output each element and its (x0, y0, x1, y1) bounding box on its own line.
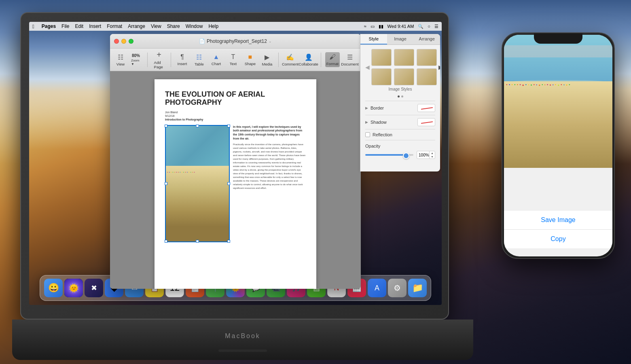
style-thumb-1[interactable] (371, 49, 392, 66)
style-thumb-6[interactable] (417, 68, 437, 85)
shape-label: Shape (245, 61, 256, 66)
media-button[interactable]: ▶ Media (260, 52, 274, 68)
text-button[interactable]: T Text (226, 52, 240, 67)
chart-label: Chart (212, 61, 221, 66)
comment-button[interactable]: ✍ Comment (283, 52, 298, 68)
dock-item-appstore[interactable]: A (368, 279, 386, 297)
document-icon: 📄 (199, 38, 205, 44)
save-image-button[interactable]: Save Image (504, 211, 612, 229)
style-thumb-4[interactable] (371, 68, 392, 85)
tab-arrange[interactable]: Arrange (413, 34, 440, 44)
opacity-label: Opacity (365, 144, 435, 148)
image-styles-grid (371, 49, 437, 85)
pages-window: 📄 PhotographyReport_Sept12 ⌄ ☷ View 80% (110, 34, 361, 289)
iphone: ● ● ● ● ● ● ● ● ● ● ● ● ● ● ● ● ● (502, 32, 615, 259)
aerial-photo[interactable]: ● ● ● ● ● ● ● ● (165, 125, 230, 242)
shape-button[interactable]: ■ Shape (243, 52, 257, 67)
menu-item-file[interactable]: File (61, 23, 69, 29)
reflection-label: Reflection (373, 132, 392, 137)
beach-people: ● ● ● ● ● ● ● ● ● ● ● ● ● ● ● ● ● (504, 81, 612, 89)
border-label: Border (371, 106, 384, 110)
iphone-camera-dot (557, 36, 560, 40)
shadow-option[interactable]: ▶ Shadow (365, 115, 435, 129)
border-swatch[interactable] (417, 104, 435, 112)
dock-item-finder[interactable]: 😀 (44, 279, 63, 297)
menu-item-help[interactable]: Help (208, 23, 218, 29)
opacity-decrement-button[interactable]: ▼ (430, 155, 435, 159)
window-title: 📄 PhotographyReport_Sept12 ⌄ (199, 38, 272, 44)
image-styles-label: Image Styles (365, 87, 435, 91)
dock-item-launchpad[interactable]: ✖ (85, 279, 103, 297)
tab-image[interactable]: Image (387, 34, 414, 44)
document-button[interactable]: ☰ Document (342, 52, 358, 68)
menu-item-window[interactable]: Window (186, 23, 203, 29)
opacity-increment-button[interactable]: ▲ (430, 151, 435, 155)
chevron-down-icon[interactable]: ⌄ (269, 39, 272, 43)
toolbar: ☷ View 80% Zoom ▼ + Add Page (110, 49, 361, 71)
image-container: ● ● ● ● ● ● ● ● (165, 125, 230, 242)
launchpad-icon: ✖ (91, 284, 97, 292)
reflection-checkbox[interactable] (365, 132, 370, 137)
search-icon[interactable]: 🔍 (418, 24, 423, 29)
document-page: THE EVOLUTION OF AERIAL PHOTOGRAPHY Jon … (155, 79, 316, 289)
menu-item-format[interactable]: Format (107, 23, 122, 29)
document-canvas[interactable]: THE EVOLUTION OF AERIAL PHOTOGRAPHY Jon … (110, 71, 361, 289)
airdisplay-icon: ▭ (371, 24, 375, 29)
text-icon: T (231, 53, 235, 61)
document-title: THE EVOLUTION OF AERIAL PHOTOGRAPHY (165, 91, 306, 107)
reflection-option[interactable]: Reflection (365, 129, 435, 140)
tab-style[interactable]: Style (360, 34, 387, 44)
page-body-text: Practically since the invention of the c… (233, 143, 306, 190)
menu-item-share[interactable]: Share (167, 23, 180, 29)
menu-item-pages[interactable]: Pages (42, 23, 56, 29)
copy-button[interactable]: Copy (504, 229, 612, 248)
dock-item-settings[interactable]: ⚙ (388, 279, 407, 297)
close-button[interactable] (114, 39, 119, 44)
add-page-label: Add Page (154, 60, 164, 69)
view-button[interactable]: ☷ View (113, 52, 128, 68)
maximize-button[interactable] (129, 39, 133, 44)
text-label: Text (230, 61, 237, 66)
table-button[interactable]: ☷ Table (192, 52, 206, 68)
dock-item-siri[interactable]: 🌞 (64, 279, 83, 297)
zoom-button[interactable]: 80% Zoom ▼ (129, 52, 143, 67)
style-thumb-2[interactable] (394, 49, 414, 66)
window-titlebar: 📄 PhotographyReport_Sept12 ⌄ (110, 34, 361, 49)
shape-icon: ■ (248, 53, 252, 61)
notification-icon[interactable]: ☰ (434, 24, 438, 29)
add-page-button[interactable]: + Add Page (152, 49, 167, 70)
shadow-swatch[interactable] (417, 118, 435, 126)
chart-button[interactable]: ▲ Chart (209, 52, 223, 67)
style-next-icon[interactable]: ▶ (438, 64, 440, 70)
menu-item-insert[interactable]: Insert (89, 23, 101, 29)
format-panel: Style Image Arrange ◀ (360, 34, 440, 171)
table-icon: ☷ (196, 53, 202, 61)
zoom-value: 80% (132, 53, 140, 58)
battery-icon: ▮▮ (379, 24, 383, 29)
panel-style-content: ◀ ▶ Image Styles (360, 45, 440, 166)
beach-overlay: ● ● ● ● ● ● ● ● (165, 169, 229, 228)
border-option[interactable]: ▶ Border (365, 101, 435, 115)
collaborate-button[interactable]: 👤 Collaborate (300, 52, 317, 68)
menu-item-arrange[interactable]: Arrange (128, 23, 145, 29)
document-author: Jon Bland (165, 111, 306, 114)
shadow-arrow-icon: ▶ (365, 120, 368, 124)
style-thumb-3[interactable] (417, 49, 437, 66)
media-label: Media (262, 62, 272, 66)
siri-icon: 🌞 (64, 279, 83, 297)
opacity-slider[interactable] (365, 154, 413, 156)
minimize-button[interactable] (121, 39, 126, 44)
apple-logo-icon[interactable]:  (32, 23, 34, 30)
menu-item-view[interactable]: View (151, 23, 161, 29)
dock-item-folder[interactable]: 📁 (408, 279, 427, 297)
format-button[interactable]: 🖌 Format (325, 52, 340, 67)
style-prev-icon[interactable]: ◀ (365, 64, 370, 70)
menu-item-edit[interactable]: Edit (75, 23, 83, 29)
macbook-label: MacBook (225, 332, 260, 340)
style-thumb-5[interactable] (394, 68, 414, 85)
format-label: Format (326, 61, 339, 66)
macbook-base: MacBook (12, 320, 473, 360)
siri-icon[interactable]: ○ (428, 24, 430, 29)
opacity-section: Opacity 100% ▲ ▼ (365, 140, 435, 162)
insert-button[interactable]: ¶ Insert (175, 52, 189, 67)
